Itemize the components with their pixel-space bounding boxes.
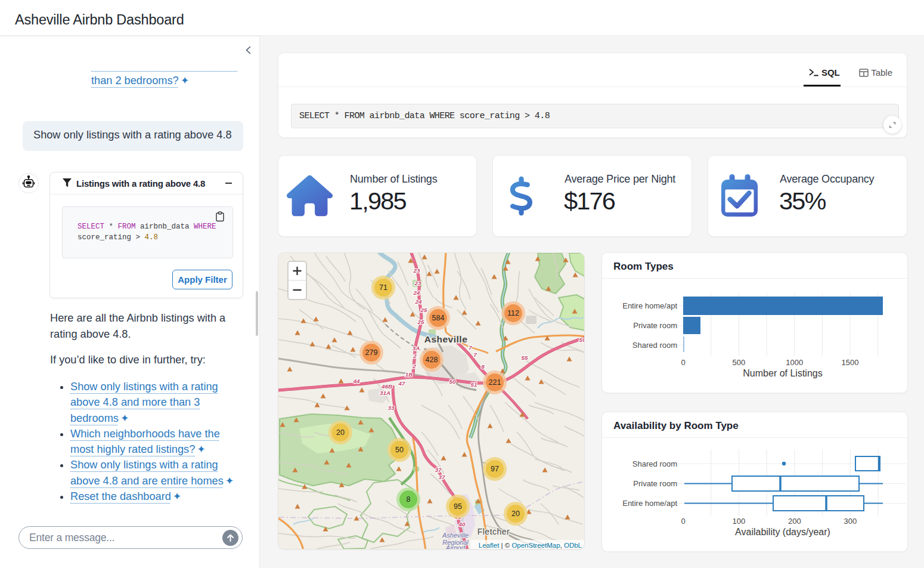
svg-text:47: 47 — [398, 380, 405, 387]
svg-text:1B: 1B — [405, 371, 413, 378]
svg-text:25: 25 — [417, 319, 424, 325]
svg-text:31A: 31A — [380, 390, 390, 396]
svg-text:20: 20 — [336, 428, 345, 437]
svg-text:7: 7 — [469, 344, 472, 351]
svg-text:37: 37 — [439, 474, 445, 480]
svg-text:20: 20 — [511, 510, 520, 518]
svg-text:Shared room: Shared room — [632, 341, 677, 350]
svg-text:40: 40 — [458, 521, 466, 527]
svg-text:44: 44 — [353, 378, 360, 384]
svg-text:Fletcher: Fletcher — [477, 527, 510, 536]
svg-text:0: 0 — [681, 517, 685, 526]
svg-text:Entire home/apt: Entire home/apt — [622, 301, 677, 310]
svg-text:3A: 3A — [413, 345, 420, 351]
svg-text:500: 500 — [732, 358, 745, 367]
svg-text:279: 279 — [365, 348, 378, 357]
svg-text:1000: 1000 — [786, 358, 803, 367]
svg-text:100: 100 — [733, 517, 746, 526]
svg-text:33: 33 — [388, 405, 395, 411]
svg-text:37: 37 — [435, 467, 442, 473]
svg-text:428: 428 — [426, 356, 438, 364]
svg-text:55: 55 — [522, 354, 528, 361]
svg-text:Entire home/apt: Entire home/apt — [622, 499, 677, 508]
svg-text:Asheville: Asheville — [424, 334, 468, 344]
svg-text:59: 59 — [579, 337, 585, 343]
svg-text:0: 0 — [681, 358, 685, 367]
svg-text:71: 71 — [379, 283, 387, 292]
svg-text:24: 24 — [415, 298, 422, 305]
svg-text:97: 97 — [491, 465, 499, 473]
svg-text:221: 221 — [489, 378, 501, 387]
svg-text:23: 23 — [414, 280, 421, 286]
svg-text:Private room: Private room — [633, 479, 677, 488]
svg-text:24: 24 — [413, 289, 420, 296]
svg-text:8: 8 — [481, 363, 485, 370]
svg-text:7: 7 — [473, 351, 477, 358]
svg-text:Shared room: Shared room — [632, 459, 677, 468]
svg-text:25: 25 — [420, 307, 427, 313]
svg-text:112: 112 — [507, 309, 519, 317]
svg-text:Airport: Airport — [445, 544, 466, 550]
svg-text:Leaflet | © OpenStreetMap, ODb: Leaflet | © OpenStreetMap, ODbL — [479, 542, 582, 549]
svg-text:300: 300 — [844, 517, 857, 526]
svg-text:51: 51 — [471, 381, 477, 388]
svg-text:1500: 1500 — [842, 358, 859, 367]
svg-text:Private room: Private room — [633, 321, 677, 330]
svg-text:2: 2 — [413, 353, 417, 359]
svg-text:Asheville: Asheville — [442, 532, 469, 539]
svg-text:50: 50 — [449, 378, 456, 385]
svg-text:95: 95 — [454, 502, 462, 511]
svg-text:Number of Listings: Number of Listings — [743, 368, 822, 378]
svg-text:Availability (days/year): Availability (days/year) — [735, 527, 830, 537]
svg-text:23: 23 — [413, 267, 420, 274]
svg-text:50: 50 — [395, 446, 404, 454]
svg-text:584: 584 — [432, 314, 445, 322]
svg-text:46B: 46B — [381, 383, 392, 390]
svg-text:2: 2 — [412, 363, 416, 369]
svg-text:200: 200 — [788, 517, 801, 526]
svg-text:8: 8 — [407, 495, 411, 504]
